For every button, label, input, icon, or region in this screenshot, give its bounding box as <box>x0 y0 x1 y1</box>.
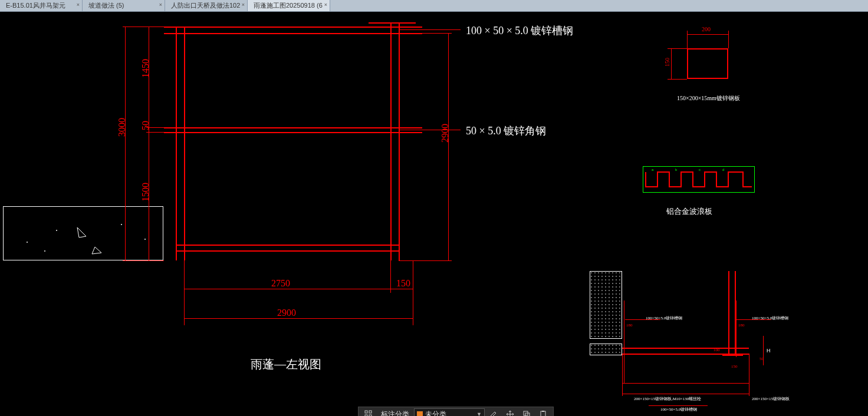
doc-tab-active[interactable]: 雨蓬施工图20250918 (6× <box>248 0 330 11</box>
drawing-line <box>164 33 422 34</box>
ext-line <box>668 48 687 49</box>
svg-point-2 <box>27 242 28 243</box>
annotation-text: 100 × 50 × 5.0 镀锌槽钢 <box>466 24 573 38</box>
dim-2900h: 2900 <box>277 308 296 318</box>
close-icon[interactable]: × <box>77 2 80 8</box>
classification-select[interactable]: 未分类 ▼ <box>414 408 485 416</box>
svg-marker-0 <box>77 227 86 237</box>
grid-icon-button[interactable] <box>361 408 376 416</box>
color-swatch-icon <box>417 411 423 416</box>
dim-180b: 180 <box>738 323 745 328</box>
doc-tab[interactable]: E-B15.01风井马架元× <box>0 0 83 11</box>
svg-rect-13 <box>590 344 622 355</box>
ext-line <box>123 260 164 261</box>
dim-1500: 1500 <box>140 183 151 202</box>
drawing-line <box>369 22 416 24</box>
move-icon-button[interactable] <box>502 408 518 416</box>
dim-H: H <box>767 348 771 354</box>
svg-rect-20 <box>541 411 545 416</box>
dim-3000: 3000 <box>117 118 127 137</box>
svg-text:c: c <box>699 168 701 171</box>
corrugated-detail: a b c d <box>643 166 755 193</box>
dim-50: 50 <box>140 121 151 130</box>
detail-caption: 150×200×15mm镀锌钢板 <box>677 94 740 103</box>
ext-line <box>184 260 185 325</box>
svg-text:d: d <box>722 168 724 171</box>
ext-line <box>146 132 164 133</box>
drawing-line <box>176 245 400 246</box>
svg-text:b: b <box>675 168 678 171</box>
ground-region <box>3 206 163 260</box>
dim-line <box>125 27 126 260</box>
toolbar-label: 标注分类 <box>377 410 413 417</box>
ext-line <box>728 31 729 48</box>
svg-rect-14 <box>365 411 367 413</box>
view-title: 雨蓬—左视图 <box>251 356 321 372</box>
ext-line <box>687 31 688 48</box>
svg-rect-15 <box>369 411 371 413</box>
chevron-down-icon: ▼ <box>476 411 482 416</box>
dim-line <box>671 48 672 79</box>
label-b: 100×50×5.0镀锌槽钢 <box>752 315 788 321</box>
svg-marker-1 <box>92 247 101 254</box>
label-e: 100×50×5.0镀锌槽钢 <box>660 407 697 412</box>
copy-icon-button[interactable] <box>519 408 534 416</box>
svg-rect-21 <box>542 411 544 412</box>
select-value: 未分类 <box>425 410 446 417</box>
document-tab-bar: E-B15.01风井马架元× 坡道做法 (5)× 人防出口天桥及做法102× 雨… <box>0 0 868 12</box>
svg-point-4 <box>121 224 122 225</box>
drawing-line <box>184 27 185 260</box>
drawing-line <box>164 132 422 133</box>
detail-caption: 铝合金波浪板 <box>666 206 712 217</box>
drawing-line <box>176 250 400 252</box>
doc-tab[interactable]: 人防出口天桥及做法102× <box>165 0 248 11</box>
close-icon[interactable]: × <box>159 2 162 8</box>
doc-tab-label: 雨蓬施工图20250918 (6 <box>254 1 323 10</box>
dim-2900v: 2900 <box>440 124 451 143</box>
dim-50: 50 <box>760 356 764 361</box>
ext-line <box>123 27 164 27</box>
drawing-canvas[interactable]: 100 × 50 × 5.0 镀锌槽钢 50 × 5.0 镀锌角钢 3000 1… <box>0 12 868 416</box>
doc-tab-label: E-B15.01风井马架元 <box>6 1 65 10</box>
dim-180a: 180 <box>626 323 633 328</box>
svg-text:a: a <box>652 168 654 171</box>
svg-point-5 <box>144 239 146 240</box>
doc-tab-label: 人防出口天桥及做法102 <box>171 1 240 10</box>
leader-line <box>399 29 461 30</box>
dim-150: 150 <box>396 278 410 289</box>
drawing-line <box>399 22 400 260</box>
label-c: 200×150×15镀锌钢板,M10×130螺丝栓 <box>634 396 701 402</box>
dim-200: 200 <box>702 26 711 32</box>
ext-line <box>399 33 452 34</box>
ext-line <box>668 79 687 80</box>
label-d: 200×150×15镀锌钢板 <box>752 396 790 402</box>
doc-tab[interactable]: 坡道做法 (5)× <box>83 0 165 11</box>
dim-2750: 2750 <box>271 278 290 289</box>
label-a: 100×50×5.0镀锌槽钢 <box>646 315 682 321</box>
dim-150d: 150 <box>664 58 670 67</box>
dim-150: 150 <box>731 364 738 369</box>
dim-line <box>184 318 413 319</box>
paste-icon-button[interactable] <box>535 408 551 416</box>
annotation-toolbar: 标注分类 未分类 ▼ <box>358 407 554 416</box>
dim-100: 100 <box>714 348 720 352</box>
drawing-line <box>390 22 392 260</box>
dim-line <box>184 289 413 289</box>
dim-1450: 1450 <box>140 59 151 78</box>
dim-line <box>448 33 449 260</box>
edit-icon-button[interactable] <box>486 408 501 416</box>
svg-point-6 <box>44 250 45 252</box>
drawing-line <box>164 127 422 128</box>
annotation-text: 50 × 5.0 镀锌角钢 <box>466 124 546 138</box>
wall-detail-group: 180 180 100 150 H 50 100×50×5.0镀锌槽钢 100×… <box>590 265 796 410</box>
svg-rect-12 <box>590 272 622 338</box>
detail-rect <box>687 48 728 79</box>
doc-tab-label: 坡道做法 (5) <box>88 1 124 10</box>
close-icon[interactable]: × <box>242 2 245 8</box>
drawing-line <box>164 27 422 28</box>
ext-line <box>399 260 452 261</box>
dim-line <box>687 34 728 35</box>
leader-line <box>399 130 461 130</box>
close-icon[interactable]: × <box>324 2 327 8</box>
ext-line <box>390 260 391 293</box>
